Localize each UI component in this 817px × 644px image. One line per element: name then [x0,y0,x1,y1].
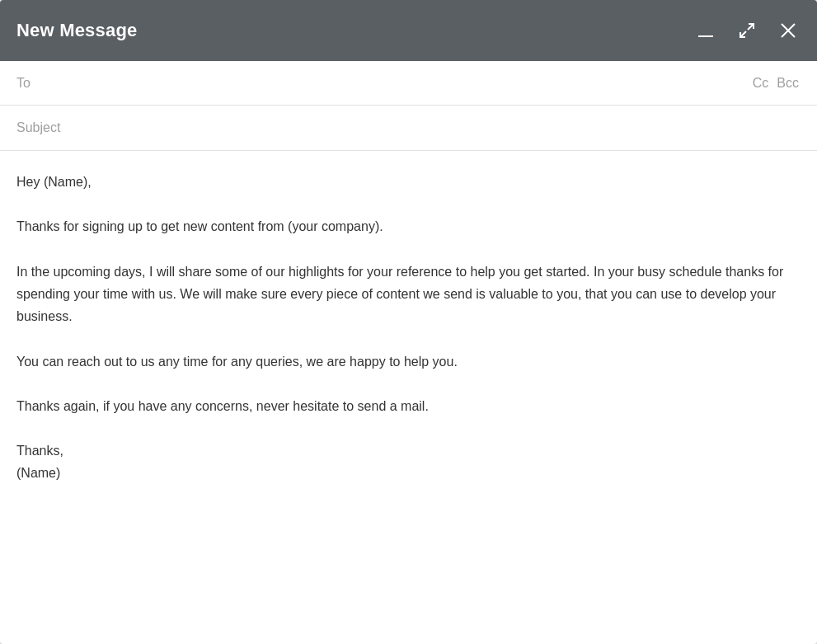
body-textarea[interactable] [16,171,801,583]
subject-row [0,106,817,151]
compose-header: New Message [0,0,817,61]
bcc-button[interactable]: Bcc [775,73,801,94]
body-area [0,151,817,644]
svg-line-2 [740,31,746,37]
cc-bcc-area: Cc Bcc [751,73,801,94]
expand-button[interactable] [735,18,759,43]
subject-input[interactable] [16,106,801,150]
to-input[interactable] [49,64,751,102]
compose-title: New Message [16,20,138,41]
expand-icon [738,21,756,40]
minimize-button[interactable] [693,18,718,43]
close-button[interactable] [776,18,801,43]
minimize-icon [697,21,715,40]
to-label: To [16,76,49,91]
compose-window: New Message [0,0,817,644]
cc-button[interactable]: Cc [751,73,771,94]
to-row: To Cc Bcc [0,61,817,106]
svg-line-1 [748,24,754,30]
header-actions [693,18,801,43]
close-icon [779,21,797,40]
